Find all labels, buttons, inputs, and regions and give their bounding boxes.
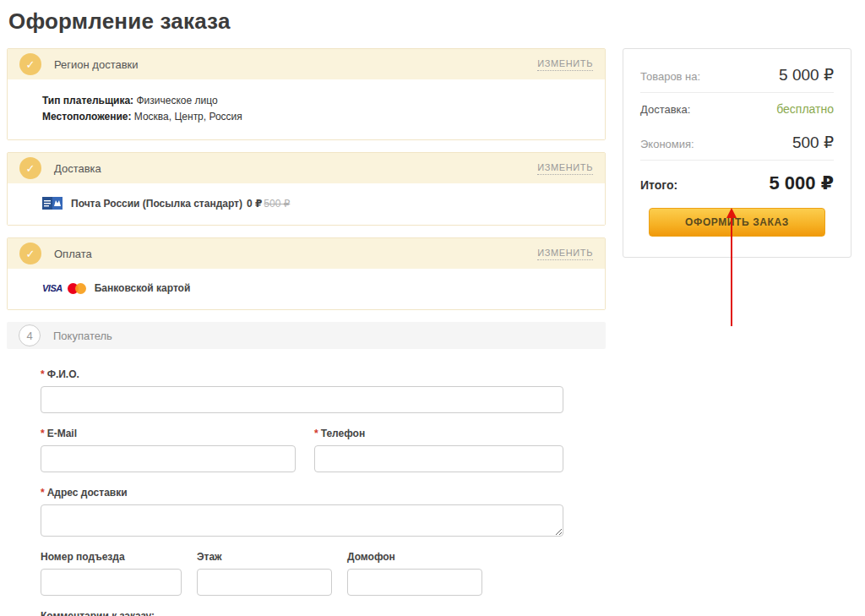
check-icon: ✓ [19,243,41,264]
delivery-cost-value: бесплатно [776,102,834,116]
section-title: Покупатель [53,330,112,342]
visa-logo-icon: VISA [42,283,63,293]
intercom-cell: Домофон [347,537,482,596]
section-title: Доставка [54,162,101,175]
section-delivery-region-header: ✓ Регион доставки ИЗМЕНИТЬ [8,49,605,79]
delivery-method-name: Почта России (Посылка стандарт) [71,198,242,210]
summary-row-savings: Экономия: 500 ₽ [640,123,834,161]
summary-row-delivery: Доставка: бесплатно [640,93,834,123]
total-label: Итого: [640,178,677,192]
checkout-layout: ✓ Регион доставки ИЗМЕНИТЬ Тип плательщи… [0,48,865,616]
address-textarea[interactable] [41,504,563,537]
required-marker: * [314,428,318,439]
section-delivery-method: ✓ Доставка ИЗМЕНИТЬ Почта России (Посылк… [7,152,606,226]
entrance-input[interactable] [41,569,182,596]
comments-label: Комментарии к заказу: [41,610,606,616]
floor-cell: Этаж [197,537,332,596]
section-title: Оплата [54,248,92,260]
floor-label: Этаж [197,551,332,563]
delivery-old-price: 500 ₽ [264,198,290,210]
payer-type-value: Физическое лицо [136,95,217,106]
customer-form: *Ф.И.О. *E-Mail *Телефон *Адр [7,349,606,616]
required-marker: * [41,428,45,439]
check-icon: ✓ [19,53,41,75]
order-summary-card: Товаров на: 5 000 ₽ Доставка: бесплатно … [623,48,851,258]
intercom-input[interactable] [347,569,482,596]
delivery-method-row: Почта России (Посылка стандарт) 0 ₽ 500 … [42,197,591,210]
delivery-price: 0 ₽ [247,198,262,210]
email-label: *E-Mail [41,428,296,439]
section-delivery-method-body: Почта России (Посылка стандарт) 0 ₽ 500 … [8,183,605,225]
place-order-button[interactable]: ОФОРМИТЬ ЗАКАЗ [649,208,825,237]
email-cell: *E-Mail [41,413,296,472]
payment-method-name: Банковской картой [95,282,191,294]
step-number-badge: 4 [19,324,41,346]
items-total-value: 5 000 ₽ [779,65,834,84]
check-icon: ✓ [19,157,41,179]
required-marker: * [41,368,45,380]
payer-type-line: Тип плательщика: Физическое лицо [42,93,591,109]
change-payment-link[interactable]: ИЗМЕНИТЬ [537,247,593,260]
section-payment-body: VISA Банковской картой [8,269,605,309]
phone-cell: *Телефон [314,413,563,472]
mastercard-logo-icon [68,283,86,294]
checkout-steps: ✓ Регион доставки ИЗМЕНИТЬ Тип плательщи… [7,48,606,616]
payment-method-row: VISA Банковской картой [42,282,591,294]
section-payment: ✓ Оплата ИЗМЕНИТЬ VISA Банковской картой [7,237,606,310]
fio-input[interactable] [41,386,563,413]
savings-label: Экономия: [640,138,694,150]
section-title: Регион доставки [54,58,139,71]
order-summary-column: Товаров на: 5 000 ₽ Доставка: бесплатно … [623,48,851,258]
summary-total-row: Итого: 5 000 ₽ [640,161,834,199]
entrance-floor-intercom-row: Номер подъезда Этаж Домофон [41,537,606,596]
items-total-label: Товаров на: [640,70,700,83]
section-delivery-region-body: Тип плательщика: Физическое лицо Местопо… [8,79,605,139]
russian-post-logo-icon [42,197,63,210]
phone-label: *Телефон [314,428,563,439]
email-phone-row: *E-Mail *Телефон [41,413,606,472]
entrance-label: Номер подъезда [41,551,182,563]
section-payment-header: ✓ Оплата ИЗМЕНИТЬ [8,238,605,269]
fio-label: *Ф.И.О. [41,368,606,380]
section-delivery-region: ✓ Регион доставки ИЗМЕНИТЬ Тип плательщи… [7,48,606,140]
total-value: 5 000 ₽ [770,172,834,194]
page-title: Оформление заказа [8,8,865,35]
intercom-label: Домофон [347,551,482,563]
address-label: *Адрес доставки [41,487,606,499]
location-value: Москва, Центр, Россия [134,111,242,123]
savings-value: 500 ₽ [792,133,834,152]
entrance-cell: Номер подъезда [41,537,182,596]
email-input[interactable] [41,445,296,472]
section-customer-header: 4 Покупатель [7,322,606,349]
summary-row-items: Товаров на: 5 000 ₽ [640,56,834,93]
required-marker: * [41,487,45,499]
phone-input[interactable] [314,445,563,472]
delivery-cost-label: Доставка: [640,103,690,116]
change-region-link[interactable]: ИЗМЕНИТЬ [537,57,593,71]
payer-type-label: Тип плательщика: [42,95,133,106]
floor-input[interactable] [197,569,332,596]
section-delivery-method-header: ✓ Доставка ИЗМЕНИТЬ [8,153,605,183]
location-line: Местоположение: Москва, Центр, Россия [42,109,591,125]
change-delivery-link[interactable]: ИЗМЕНИТЬ [537,161,593,175]
location-label: Местоположение: [42,111,131,123]
